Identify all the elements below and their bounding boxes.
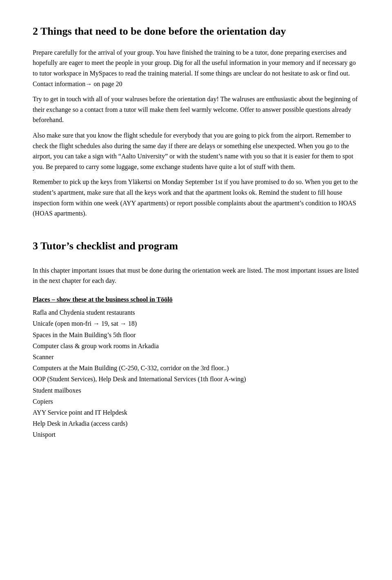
page-content: 2 Things that need to be done before the… — [0, 0, 392, 580]
list-item: OOP (Student Services), Help Desk and In… — [33, 373, 359, 384]
list-item: Rafla and Chydenia student restaurants — [33, 307, 359, 318]
section2-para1: Prepare carefully for the arrival of you… — [33, 47, 359, 89]
section2-para2: Try to get in touch with all of your wal… — [33, 94, 359, 125]
list-item: Help Desk in Arkadia (access cards) — [33, 418, 359, 429]
places-section: Places – show these at the business scho… — [33, 294, 359, 440]
list-item: Unicafe (open mon-fri → 19, sat → 18) — [33, 318, 359, 329]
list-item: Computers at the Main Building (C-250, C… — [33, 362, 359, 373]
section3-divider: 3 Tutor’s checklist and program — [33, 239, 359, 253]
list-item: Computer class & group work rooms in Ark… — [33, 340, 359, 351]
section2-para4: Remember to pick up the keys from Yläker… — [33, 177, 359, 218]
list-item: AYY Service point and IT Helpdesk — [33, 407, 359, 418]
section2-para3: Also make sure that you know the flight … — [33, 130, 359, 172]
list-item: Spaces in the Main Building’s 5th floor — [33, 329, 359, 340]
section3-intro: In this chapter important issues that mu… — [33, 265, 359, 286]
places-heading: Places – show these at the business scho… — [33, 294, 359, 305]
list-item: Unisport — [33, 429, 359, 440]
list-item: Scanner — [33, 351, 359, 362]
list-item: Copiers — [33, 396, 359, 407]
list-item: Student mailboxes — [33, 385, 359, 396]
places-list: Rafla and Chydenia student restaurants U… — [33, 307, 359, 440]
section3-heading: 3 Tutor’s checklist and program — [33, 239, 359, 253]
section2-heading: 2 Things that need to be done before the… — [33, 24, 359, 38]
